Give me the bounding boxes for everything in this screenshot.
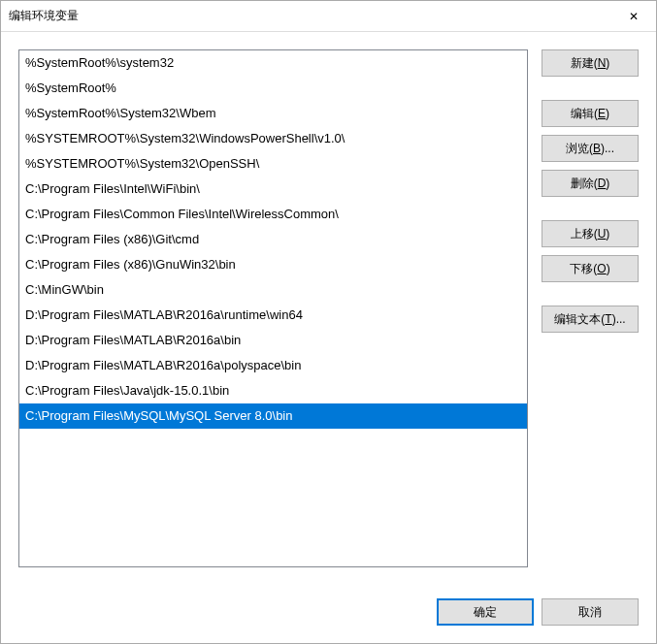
list-item[interactable]: C:\Program Files (x86)\Git\cmd <box>19 227 527 252</box>
window-title: 编辑环境变量 <box>9 8 79 24</box>
move-down-button[interactable]: 下移(O) <box>542 255 639 282</box>
delete-button[interactable]: 删除(D) <box>542 170 639 197</box>
titlebar: 编辑环境变量 ✕ <box>1 1 656 32</box>
cancel-button[interactable]: 取消 <box>542 598 639 626</box>
button-column: 新建(N) 编辑(E) 浏览(B)... 删除(D) 上移(U) 下移(O) 编… <box>542 49 639 581</box>
close-button[interactable]: ✕ <box>611 1 656 32</box>
list-item[interactable]: C:\MinGW\bin <box>19 277 527 303</box>
list-item[interactable]: C:\Program Files (x86)\GnuWin32\bin <box>19 252 527 277</box>
path-list[interactable]: %SystemRoot%\system32%SystemRoot%%System… <box>18 49 528 567</box>
list-item[interactable]: %SYSTEMROOT%\System32\OpenSSH\ <box>19 151 527 177</box>
list-item[interactable]: D:\Program Files\MATLAB\R2016a\polyspace… <box>19 353 527 378</box>
list-item[interactable]: %SystemRoot%\System32\Wbem <box>19 101 527 126</box>
list-item[interactable]: C:\Program Files\Intel\WiFi\bin\ <box>19 177 527 202</box>
list-item[interactable]: %SystemRoot%\system32 <box>19 50 527 76</box>
ok-button[interactable]: 确定 <box>437 598 534 626</box>
list-item[interactable]: D:\Program Files\MATLAB\R2016a\bin <box>19 328 527 353</box>
list-item[interactable]: C:\Program Files\MySQL\MySQL Server 8.0\… <box>19 403 527 429</box>
dialog-body: %SystemRoot%\system32%SystemRoot%%System… <box>1 32 656 598</box>
edit-button[interactable]: 编辑(E) <box>542 100 639 127</box>
list-item[interactable]: %SYSTEMROOT%\System32\WindowsPowerShell\… <box>19 126 527 151</box>
close-icon: ✕ <box>629 10 639 23</box>
dialog-footer: 确定 取消 <box>1 598 656 643</box>
edit-text-button[interactable]: 编辑文本(T)... <box>542 306 639 333</box>
move-up-button[interactable]: 上移(U) <box>542 220 639 247</box>
browse-button[interactable]: 浏览(B)... <box>542 135 639 162</box>
list-item[interactable]: C:\Program Files\Common Files\Intel\Wire… <box>19 202 527 227</box>
list-item[interactable]: D:\Program Files\MATLAB\R2016a\runtime\w… <box>19 303 527 328</box>
list-item[interactable]: %SystemRoot% <box>19 76 527 101</box>
list-item[interactable]: C:\Program Files\Java\jdk-15.0.1\bin <box>19 378 527 403</box>
new-button[interactable]: 新建(N) <box>542 49 639 77</box>
